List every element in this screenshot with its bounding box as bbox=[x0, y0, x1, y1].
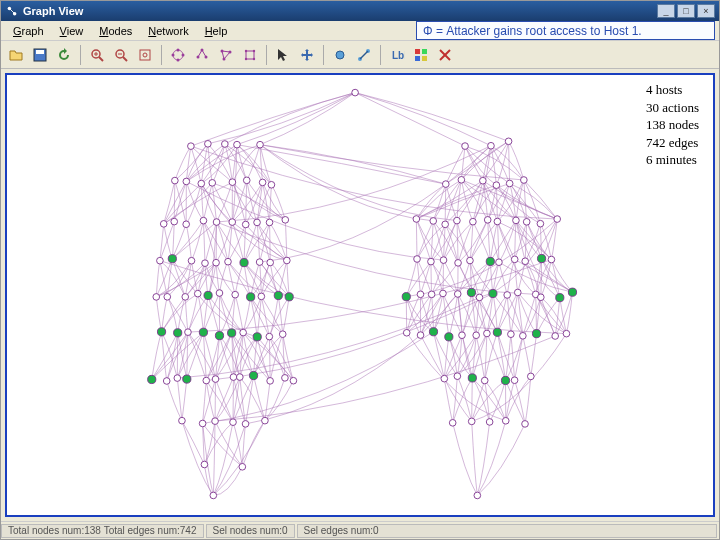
window-buttons: _ □ × bbox=[657, 4, 715, 18]
svg-point-137 bbox=[556, 294, 564, 302]
svg-point-169 bbox=[236, 374, 243, 381]
svg-point-107 bbox=[467, 257, 474, 264]
svg-point-57 bbox=[505, 138, 512, 145]
svg-point-49 bbox=[352, 89, 359, 96]
svg-point-84 bbox=[442, 221, 449, 228]
svg-point-63 bbox=[243, 177, 250, 184]
status-sel-edges: Sel edges num:0 bbox=[297, 524, 717, 538]
svg-point-174 bbox=[441, 375, 448, 382]
svg-point-109 bbox=[496, 259, 503, 266]
clear-icon[interactable] bbox=[434, 44, 456, 66]
svg-rect-43 bbox=[415, 49, 420, 54]
canvas-container: 4 hosts 30 actions 138 nodes 742 edges 6… bbox=[1, 69, 719, 521]
svg-rect-4 bbox=[36, 50, 44, 54]
svg-point-146 bbox=[253, 333, 261, 341]
svg-line-6 bbox=[99, 57, 103, 61]
svg-point-170 bbox=[249, 371, 257, 379]
svg-point-126 bbox=[417, 291, 424, 298]
svg-point-181 bbox=[179, 417, 186, 424]
label-icon[interactable]: Lbl bbox=[386, 44, 408, 66]
svg-point-90 bbox=[523, 218, 530, 225]
layout-tree-icon[interactable] bbox=[191, 44, 213, 66]
svg-point-119 bbox=[216, 290, 223, 297]
svg-point-76 bbox=[213, 219, 220, 226]
color-icon[interactable] bbox=[410, 44, 432, 66]
stat-edges: 742 edges bbox=[646, 134, 699, 152]
svg-point-160 bbox=[552, 333, 559, 340]
svg-point-38 bbox=[336, 51, 344, 59]
svg-point-159 bbox=[532, 330, 540, 338]
titlebar: Graph View _ □ × bbox=[1, 1, 719, 21]
svg-point-122 bbox=[258, 293, 265, 300]
svg-point-130 bbox=[467, 288, 475, 296]
svg-point-89 bbox=[513, 217, 520, 224]
svg-point-125 bbox=[402, 293, 410, 301]
formula-text: Φ = Attacker gains root access to Host 1… bbox=[423, 24, 642, 38]
zoom-fit-icon[interactable] bbox=[134, 44, 156, 66]
svg-point-111 bbox=[522, 258, 529, 265]
graph-canvas[interactable]: 4 hosts 30 actions 138 nodes 742 edges 6… bbox=[5, 73, 715, 517]
svg-point-177 bbox=[481, 377, 488, 384]
svg-point-80 bbox=[266, 219, 273, 226]
svg-point-58 bbox=[172, 177, 179, 184]
svg-point-115 bbox=[164, 293, 171, 300]
svg-point-134 bbox=[514, 289, 521, 296]
stat-nodes: 138 nodes bbox=[646, 116, 699, 134]
svg-point-162 bbox=[148, 375, 156, 383]
svg-point-85 bbox=[454, 217, 461, 224]
status-sel-nodes: Sel nodes num:0 bbox=[206, 524, 295, 538]
svg-line-29 bbox=[222, 51, 224, 59]
svg-point-121 bbox=[247, 293, 255, 301]
svg-point-72 bbox=[160, 221, 167, 228]
edge-icon[interactable] bbox=[353, 44, 375, 66]
svg-point-110 bbox=[511, 256, 518, 263]
pan-icon[interactable] bbox=[296, 44, 318, 66]
open-icon[interactable] bbox=[5, 44, 27, 66]
svg-point-64 bbox=[259, 179, 266, 186]
svg-point-66 bbox=[442, 181, 449, 188]
menu-graph[interactable]: Graph bbox=[5, 23, 52, 39]
menu-view[interactable]: View bbox=[52, 23, 92, 39]
zoom-out-icon[interactable] bbox=[110, 44, 132, 66]
select-icon[interactable] bbox=[272, 44, 294, 66]
svg-point-116 bbox=[182, 294, 189, 301]
svg-point-164 bbox=[174, 375, 181, 382]
layout-grid-icon[interactable] bbox=[239, 44, 261, 66]
save-icon[interactable] bbox=[29, 44, 51, 66]
svg-point-191 bbox=[522, 421, 529, 428]
svg-point-133 bbox=[504, 292, 511, 299]
layout-spring-icon[interactable] bbox=[215, 44, 237, 66]
close-button[interactable]: × bbox=[697, 4, 715, 18]
maximize-button[interactable]: □ bbox=[677, 4, 695, 18]
svg-point-189 bbox=[486, 419, 493, 426]
svg-point-139 bbox=[157, 328, 165, 336]
minimize-button[interactable]: _ bbox=[657, 4, 675, 18]
svg-point-163 bbox=[163, 378, 170, 385]
node-icon[interactable] bbox=[329, 44, 351, 66]
svg-line-22 bbox=[198, 50, 202, 57]
svg-point-148 bbox=[279, 331, 286, 338]
svg-point-79 bbox=[254, 219, 261, 226]
svg-point-185 bbox=[242, 421, 249, 428]
svg-point-153 bbox=[459, 332, 466, 339]
toolbar: Lbl bbox=[1, 41, 719, 69]
refresh-icon[interactable] bbox=[53, 44, 75, 66]
svg-point-151 bbox=[429, 328, 437, 336]
menu-network[interactable]: Network bbox=[140, 23, 196, 39]
window-title: Graph View bbox=[23, 5, 657, 17]
svg-point-60 bbox=[198, 180, 205, 187]
toolbar-separator bbox=[80, 45, 81, 65]
svg-point-97 bbox=[213, 259, 220, 266]
svg-point-77 bbox=[229, 219, 236, 226]
menu-modes[interactable]: Modes bbox=[91, 23, 140, 39]
menu-help[interactable]: Help bbox=[197, 23, 236, 39]
svg-point-138 bbox=[568, 288, 576, 296]
zoom-in-icon[interactable] bbox=[86, 44, 108, 66]
svg-point-99 bbox=[240, 259, 248, 267]
svg-point-124 bbox=[285, 293, 293, 301]
layout-circular-icon[interactable] bbox=[167, 44, 189, 66]
svg-point-123 bbox=[274, 291, 282, 299]
svg-point-62 bbox=[229, 179, 236, 186]
svg-line-23 bbox=[202, 50, 206, 57]
svg-point-147 bbox=[266, 333, 273, 340]
